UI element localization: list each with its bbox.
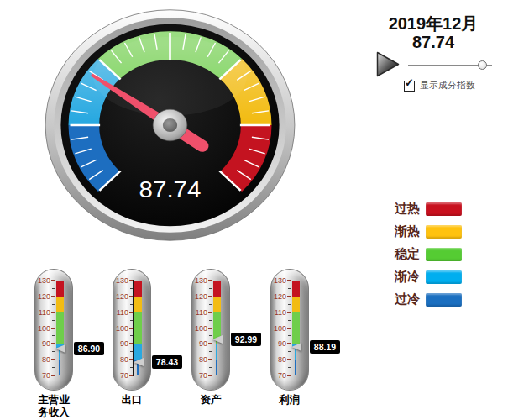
period-title: 2019年12月: [368, 13, 499, 35]
scale-tick: [51, 312, 55, 313]
scale-label: 110: [113, 308, 128, 317]
scale-tick: [51, 359, 55, 360]
thermometer-fill-segment: [56, 312, 64, 344]
scale-minor-tick: [130, 351, 133, 352]
thermometer-fill-segment: [292, 281, 300, 297]
scale-minor-tick: [52, 351, 55, 352]
checkmark-icon: ✓: [405, 77, 414, 88]
scale-minor-tick: [288, 320, 291, 321]
thermometer-fill-segment: [134, 281, 142, 297]
gauge-value: 87.74: [139, 176, 202, 202]
legend-item: 稳定: [395, 247, 462, 261]
show-components-checkbox[interactable]: ✓: [404, 81, 415, 92]
gauge-svg: 87.74: [42, 7, 298, 244]
legend-label: 稳定: [395, 246, 420, 262]
show-components-row: ✓ 显示成分指数: [404, 80, 475, 92]
slider-handle[interactable]: [478, 60, 487, 70]
value-badge: 86.90: [74, 342, 104, 355]
legend-item: 过热: [395, 202, 462, 216]
play-triangle-icon: [376, 51, 400, 77]
scale-label: 120: [192, 292, 207, 301]
scale-label: 130: [35, 276, 50, 285]
scale-tick: [208, 280, 212, 281]
timeline-slider[interactable]: [408, 58, 495, 72]
scale-label: 130: [113, 276, 128, 285]
scale-label: 110: [271, 308, 286, 317]
thermometer-label: 利润: [262, 394, 317, 407]
scale-label: 70: [35, 371, 50, 380]
gauge-hub-core: [163, 118, 177, 132]
scale-label: 110: [35, 308, 50, 317]
scale-minor-tick: [288, 367, 291, 368]
value-marker-icon: [291, 343, 301, 351]
scale-label: 130: [271, 276, 286, 285]
legend-label: 过热: [395, 201, 420, 217]
thermometer-fill-segment: [213, 297, 221, 312]
scale-tick: [287, 328, 291, 329]
scale-tick: [129, 312, 133, 313]
scale-label: 80: [113, 355, 128, 364]
scale-minor-tick: [52, 304, 55, 305]
play-button[interactable]: [376, 51, 400, 77]
scale-label: 90: [35, 339, 50, 348]
scale-label: 70: [113, 371, 128, 380]
economic-climate-dashboard: 87.74 2019年12月 87.74 ✓ 显示成分指数 过热 渐热: [0, 0, 508, 420]
scale-tick: [129, 375, 133, 376]
scale-minor-tick: [209, 335, 212, 336]
scale-minor-tick: [130, 304, 133, 305]
thermometer-fill-segment: [56, 297, 64, 312]
scale-tick: [208, 328, 212, 329]
scale-label: 70: [192, 371, 207, 380]
thermometer-fill-segment: [213, 281, 221, 297]
scale-minor-tick: [52, 288, 55, 289]
thermometer-fill-segment: [292, 297, 300, 312]
scale-minor-tick: [288, 288, 291, 289]
thermometer-fill-segment: [134, 312, 142, 344]
scale-minor-tick: [52, 367, 55, 368]
scale-label: 120: [113, 292, 128, 301]
scale-minor-tick: [288, 351, 291, 352]
scale-minor-tick: [209, 304, 212, 305]
scale-tick: [287, 312, 291, 313]
scale-label: 100: [35, 324, 50, 333]
scale-minor-tick: [52, 320, 55, 321]
scale-tick: [208, 296, 212, 297]
scale-tick: [51, 296, 55, 297]
scale-label: 80: [271, 355, 286, 364]
component-thermometers: 70809010011012013086.90主营业 务收入7080901001…: [0, 269, 508, 420]
scale-minor-tick: [130, 367, 133, 368]
scale-tick: [51, 375, 55, 376]
value-badge: 88.19: [310, 340, 340, 354]
scale-minor-tick: [209, 320, 212, 321]
legend-item: 渐热: [395, 224, 462, 239]
scale-label: 110: [192, 308, 207, 317]
scale-minor-tick: [209, 351, 212, 352]
value-badge: 92.99: [231, 333, 261, 346]
thermometer-track-segment: [216, 344, 217, 360]
scale-minor-tick: [130, 335, 133, 336]
scale-tick: [287, 375, 291, 376]
scale-tick: [287, 280, 291, 281]
scale-label: 90: [113, 339, 128, 348]
thermometer-label: 主营业 务收入: [26, 394, 81, 418]
scale-tick: [208, 375, 212, 376]
scale-tick: [208, 312, 212, 313]
scale-minor-tick: [52, 335, 55, 336]
scale-minor-tick: [288, 335, 291, 336]
thermometer: 70809010011012013078.43出口: [113, 269, 190, 420]
climate-index-gauge: 87.74: [42, 7, 298, 244]
thermometer-track-segment: [216, 360, 217, 375]
thermometer-track-segment: [59, 360, 60, 375]
scale-label: 120: [35, 292, 50, 301]
scale-tick: [287, 296, 291, 297]
scale-tick: [208, 343, 212, 344]
scale-label: 90: [271, 339, 286, 348]
scale-tick: [129, 359, 133, 360]
scale-tick: [129, 296, 133, 297]
scale-label: 130: [192, 276, 207, 285]
value-marker-icon: [134, 358, 144, 366]
scale-tick: [51, 280, 55, 281]
thermometer-fill-segment: [134, 297, 142, 312]
scale-tick: [51, 328, 55, 329]
scale-label: 100: [113, 324, 128, 333]
